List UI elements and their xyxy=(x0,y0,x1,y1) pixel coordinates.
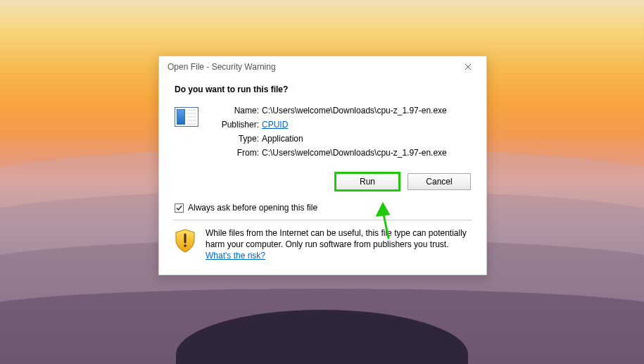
dialog-titlebar[interactable]: Open File - Security Warning xyxy=(159,56,486,77)
whats-the-risk-link[interactable]: What's the risk? xyxy=(206,251,265,261)
from-label: From: xyxy=(213,148,262,158)
close-button[interactable] xyxy=(454,57,482,77)
publisher-link[interactable]: CPUID xyxy=(262,120,288,130)
from-value: C:\Users\welcome\Downloads\cpu-z_1.97-en… xyxy=(262,148,447,158)
security-warning-dialog: Open File - Security Warning Do you want… xyxy=(158,56,487,275)
desktop-wallpaper: Open File - Security Warning Do you want… xyxy=(0,0,644,364)
checkmark-icon xyxy=(175,204,183,212)
application-icon xyxy=(175,107,198,127)
run-button[interactable]: Run xyxy=(336,173,399,190)
dialog-title: Open File - Security Warning xyxy=(168,62,454,72)
cancel-button[interactable]: Cancel xyxy=(408,173,471,190)
svg-point-0 xyxy=(184,244,187,247)
divider xyxy=(173,220,472,220)
publisher-value: CPUID xyxy=(262,120,447,130)
type-label: Type: xyxy=(213,134,262,144)
warning-shield-icon xyxy=(175,229,196,253)
dialog-prompt: Do you want to run this file? xyxy=(175,84,472,94)
type-value: Application xyxy=(262,134,447,144)
file-metadata: Name: C:\Users\welcome\Downloads\cpu-z_1… xyxy=(213,104,447,158)
always-ask-checkbox[interactable] xyxy=(175,203,184,213)
publisher-label: Publisher: xyxy=(213,120,262,130)
warning-body: While files from the Internet can be use… xyxy=(206,228,467,249)
name-label: Name: xyxy=(213,106,262,115)
warning-text: While files from the Internet can be use… xyxy=(206,227,472,262)
name-value: C:\Users\welcome\Downloads\cpu-z_1.97-en… xyxy=(262,106,447,115)
close-icon xyxy=(465,63,472,70)
always-ask-row[interactable]: Always ask before opening this file xyxy=(175,203,472,213)
always-ask-label: Always ask before opening this file xyxy=(188,203,317,213)
